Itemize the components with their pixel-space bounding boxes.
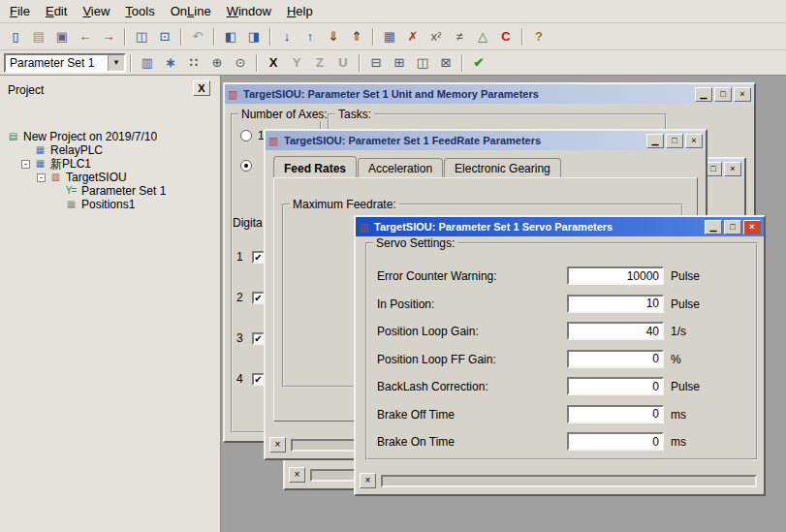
open-project-icon[interactable]: ▤ [28, 27, 49, 47]
upload-from-plc-icon[interactable]: ← [75, 27, 96, 47]
paste-block-icon[interactable]: ◨ [243, 27, 265, 47]
servo-input-error-counter-warning[interactable] [567, 266, 664, 285]
servo-field-row: Error Counter Warning:Pulse [356, 266, 764, 286]
application-window: FileEditViewToolsOnLineWindowHelp ▯▤▣←→◫… [0, 0, 786, 532]
copy-block-icon[interactable]: ◧ [220, 27, 241, 47]
menu-online[interactable]: OnLine [163, 1, 219, 21]
feedrate-close-button[interactable]: × [685, 134, 703, 148]
menu-file[interactable]: File [2, 1, 38, 21]
jog-plus-icon[interactable]: ⊞ [389, 53, 410, 73]
u-axis-button[interactable]: U [332, 53, 354, 73]
digital-row-number: 3 [236, 331, 248, 345]
menu-tools[interactable]: Tools [117, 1, 162, 21]
status-strip-close-button[interactable]: × [360, 473, 376, 488]
servo-close-button[interactable]: × [743, 220, 761, 235]
radio-icon[interactable] [240, 160, 252, 172]
servo-input-backlash-correction[interactable] [567, 377, 664, 395]
toolbar-separator [130, 54, 132, 72]
axes-option[interactable] [240, 160, 252, 172]
servo-input-in-position[interactable] [567, 295, 664, 313]
project-panel-close-button[interactable]: X [193, 80, 210, 96]
teach-position-icon[interactable]: ◫ [412, 53, 433, 73]
tab-feed-rates[interactable]: Feed Rates [273, 156, 357, 177]
tree-item-positions1[interactable]: ▦Positions1 [0, 198, 218, 211]
combo-dropdown-button[interactable]: ▼ [108, 55, 124, 71]
servo-field-label: Position Loop Gain: [377, 325, 479, 338]
feedrate-titlebar[interactable]: ▥ TargetSIOU: Parameter Set 1 FeedRate P… [266, 131, 706, 150]
tree-item-parameter-set-1[interactable]: Y=Parameter Set 1 [0, 184, 218, 198]
apply-check-icon[interactable]: ✔ [468, 53, 489, 73]
unit-memory-close-button[interactable]: × [734, 87, 751, 102]
unit-memory-maximize-button[interactable]: □ [714, 87, 732, 102]
status-strip-close-button[interactable]: × [289, 467, 305, 483]
jog-minus-icon[interactable]: ⊟ [365, 53, 387, 73]
insert-line-down-icon[interactable]: ↓ [276, 27, 298, 47]
insert-line-up-icon[interactable]: ↑ [299, 27, 321, 47]
tree-item-targetsiou[interactable]: -▥TargetSIOU [0, 171, 218, 184]
digital-row-number: 2 [236, 291, 248, 304]
servo-input-position-loop-gain[interactable] [567, 322, 664, 340]
servo-input-brake-on-time[interactable] [567, 432, 664, 451]
menu-help[interactable]: Help [279, 1, 321, 21]
dot-matrix-icon[interactable]: ∷ [183, 53, 204, 73]
tree-item-relayplc[interactable]: ▦RelayPLC [0, 143, 218, 157]
menu-window[interactable]: Window [219, 1, 279, 21]
save-project-icon[interactable]: ▣ [51, 27, 73, 47]
jump-up-icon[interactable]: ⇑ [346, 27, 367, 47]
new-document-icon[interactable]: ▯ [5, 27, 26, 47]
servo-titlebar[interactable]: ▥ TargetSIOU: Parameter Set 1 Servo Para… [356, 217, 764, 236]
unit-memory-minimize-button[interactable]: ▁ [695, 87, 712, 102]
status-strip-close-button[interactable]: × [269, 437, 286, 453]
servo-field-unit: Pulse [671, 269, 700, 283]
z-axis-button[interactable]: Z [309, 53, 330, 73]
check-program-icon[interactable]: ▦ [379, 27, 400, 47]
tree-item-new-project[interactable]: ▤New Project on 2019/7/10 [0, 130, 218, 143]
servo-field-label: Position Loop FF Gain: [377, 353, 496, 366]
parameter-set-combo[interactable]: Parameter Set 1 ▼ [4, 53, 126, 73]
position-data-icon[interactable]: ▥ [137, 53, 158, 73]
download-to-plc-icon[interactable]: → [98, 27, 119, 47]
tab-acceleration[interactable]: Acceleration [358, 158, 443, 177]
feedrate-maximize-button[interactable]: □ [666, 134, 683, 148]
find-error-icon[interactable]: ✗ [402, 27, 424, 47]
status-display-icon[interactable]: ≠ [449, 27, 470, 47]
tree-expander[interactable]: - [21, 160, 30, 169]
monitor-values-icon[interactable]: x² [425, 27, 447, 47]
axis-toolbar-buttons: ▥∗∷⊕⊙XYZU⊟⊞◫⊠✔ [136, 53, 490, 73]
jump-down-icon[interactable]: ⇓ [323, 27, 344, 47]
axes-option[interactable]: 1 [240, 129, 265, 142]
x-axis-button[interactable]: X [263, 53, 284, 73]
run-mode-icon[interactable]: △ [472, 27, 493, 47]
timer-icon[interactable]: ⊙ [230, 53, 251, 73]
servo-minimize-button[interactable]: ▁ [705, 220, 722, 235]
tree-item-xin-plc1[interactable]: -▦新PLC1 [0, 157, 218, 171]
parameter-set-combo-value: Parameter Set 1 [6, 55, 108, 71]
origin-search-icon[interactable]: ⊕ [206, 53, 228, 73]
tab-electronic-gearing[interactable]: Electronic Gearing [444, 158, 561, 177]
undo-icon[interactable]: ↶ [187, 27, 208, 47]
unit-memory-titlebar[interactable]: ▥ TargetSIOU: Parameter Set 1 Unit and M… [225, 84, 754, 104]
feedrate-window-title: TargetSIOU: Parameter Set 1 FeedRate Par… [284, 135, 645, 146]
positions-icon: ▦ [64, 199, 78, 210]
servo-field-label: Brake Off Time [377, 408, 455, 422]
servo-input-brake-off-time[interactable] [567, 405, 664, 423]
comment-icon[interactable]: C [495, 27, 517, 47]
monitor-axis-icon[interactable]: ∗ [160, 53, 181, 73]
delete-position-icon[interactable]: ⊠ [435, 53, 456, 73]
tree-expander[interactable]: - [37, 173, 46, 182]
y-axis-button[interactable]: Y [286, 53, 307, 73]
servo-maximize-button[interactable]: □ [724, 220, 741, 235]
menu-view[interactable]: View [75, 1, 117, 21]
paste-icon[interactable]: ⊡ [154, 27, 175, 47]
window-icon: ▥ [228, 88, 241, 100]
background-window-close-button[interactable]: × [724, 162, 741, 176]
copy-icon[interactable]: ◫ [131, 27, 152, 47]
servo-field-label: Brake On Time [377, 435, 455, 449]
toolbar-separator [213, 28, 215, 46]
menu-edit[interactable]: Edit [38, 1, 75, 21]
io-unit-icon: ▥ [48, 172, 62, 183]
feedrate-minimize-button[interactable]: ▁ [646, 134, 664, 148]
help-icon[interactable]: ? [528, 27, 550, 47]
radio-icon[interactable] [240, 130, 252, 141]
servo-input-position-loop-ff-gain[interactable] [567, 350, 664, 368]
